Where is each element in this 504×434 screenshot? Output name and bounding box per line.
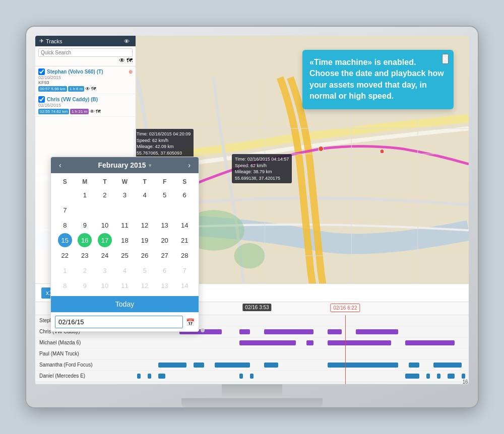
- eye-icon-4: 👁: [90, 109, 95, 114]
- sidebar-search: 👁 🗺: [35, 46, 136, 66]
- cal-day-4[interactable]: 4: [138, 188, 152, 202]
- cal-day-17[interactable]: 17: [98, 233, 112, 247]
- bar-daniel-9: [448, 374, 455, 379]
- asset-checkbox-2[interactable]: [38, 96, 45, 103]
- search-input[interactable]: [38, 48, 133, 57]
- cal-day-9[interactable]: 9: [78, 218, 92, 232]
- cal-day-next-10[interactable]: 10: [98, 278, 112, 293]
- bar-daniel-5: [250, 374, 254, 379]
- cal-day-7[interactable]: 7: [58, 203, 72, 217]
- cal-day-next-2[interactable]: 2: [78, 263, 92, 277]
- monitor-neck: [222, 384, 282, 398]
- bar-samantha-5: [328, 363, 398, 368]
- bar-daniel-7: [426, 374, 430, 379]
- track-label-michael: Michael (Mazda 6): [35, 340, 116, 345]
- day-header-s2: S: [174, 176, 195, 187]
- asset-id-1: KF93: [38, 80, 133, 85]
- day-header-m: M: [75, 176, 95, 187]
- cal-day-2[interactable]: 2: [98, 188, 112, 202]
- cal-day-3[interactable]: 3: [117, 188, 132, 202]
- calendar-date-input-row: 📅: [51, 312, 199, 331]
- cal-day-next-5[interactable]: 5: [138, 263, 152, 277]
- monitor-outer: Time: 02/16/2015 04:20:09 Speed: 62 km/h…: [25, 26, 479, 408]
- calendar-prev-btn[interactable]: ‹: [57, 161, 64, 169]
- calendar-today-button[interactable]: Today: [51, 296, 199, 312]
- cal-day-next-6[interactable]: 6: [158, 263, 172, 277]
- cal-day-20[interactable]: 20: [158, 233, 172, 247]
- cal-day-next-4[interactable]: 4: [117, 263, 132, 277]
- map-icon-2: 🗺: [96, 109, 101, 114]
- monitor-screen: Time: 02/16/2015 04:20:09 Speed: 62 km/h…: [35, 36, 469, 384]
- stat-1: 00:57 5.98 km: [38, 86, 67, 92]
- eye-icon: 👁: [124, 38, 130, 44]
- cal-day-6[interactable]: 6: [177, 188, 192, 202]
- cal-day-11[interactable]: 11: [117, 218, 132, 232]
- asset-name-1: Stephan (Volvo S60) (T): [47, 69, 103, 75]
- cal-day-15[interactable]: 15: [58, 233, 72, 247]
- cal-day-next-14[interactable]: 14: [177, 278, 192, 293]
- calendar-next-btn[interactable]: ›: [186, 161, 193, 169]
- calendar-header: ‹ February 2015 ▾ ›: [51, 157, 199, 173]
- cal-day-18[interactable]: 18: [117, 233, 132, 247]
- cal-day-next-12[interactable]: 12: [138, 278, 152, 293]
- cal-day-13[interactable]: 13: [158, 218, 172, 232]
- cal-day-next-3[interactable]: 3: [98, 263, 112, 277]
- cal-day-8[interactable]: 8: [58, 218, 72, 232]
- day-header-t2: T: [135, 176, 155, 187]
- tooltip-close-button[interactable]: ×: [442, 54, 449, 64]
- cal-day-1[interactable]: 1: [78, 188, 92, 202]
- location-icon-1: ⊕: [129, 69, 133, 75]
- bar-michael-2: [306, 340, 313, 345]
- track-bars-samantha: [116, 359, 469, 370]
- timeline-time-labels-area: 16.02 00:00 16.02 03:00 16.02 06:00 16.0…: [116, 382, 469, 384]
- svg-point-13: [253, 165, 257, 169]
- day-header-w: W: [115, 176, 135, 187]
- cal-day-26[interactable]: 26: [138, 248, 152, 262]
- cal-week-1: 1 2 3 4 5 6 7: [55, 187, 195, 218]
- cal-week-5: 1 2 3 4 5 6 7: [55, 263, 195, 278]
- cal-day-10[interactable]: 10: [98, 218, 112, 232]
- bar-chris-dot: [201, 328, 205, 332]
- asset-item-1[interactable]: Stephan (Volvo S60) (T) ⊕ 02/10/2015 KF9…: [35, 66, 136, 94]
- cal-day-next-13[interactable]: 13: [158, 278, 172, 293]
- cal-day-28[interactable]: 28: [177, 248, 192, 262]
- track-bars-paul: [116, 348, 469, 359]
- plane-icon: ✈: [39, 38, 44, 44]
- cal-day-next-8[interactable]: 8: [58, 278, 72, 293]
- eye-icon-2: 👁 🗺: [119, 57, 133, 64]
- track-bars-michael: [116, 337, 469, 348]
- cal-day-25[interactable]: 25: [117, 248, 132, 262]
- calendar-widget: ‹ February 2015 ▾ › S M T W T F S: [50, 157, 199, 332]
- calendar-month-text: February 2015: [98, 161, 146, 169]
- cal-day-next-7[interactable]: 7: [177, 263, 192, 277]
- bar-chris-5: [356, 329, 398, 334]
- cal-day-24[interactable]: 24: [98, 248, 112, 262]
- cal-day-23[interactable]: 23: [78, 248, 92, 262]
- track-label-daniel: Daniel (Mercedes E): [35, 373, 116, 379]
- cal-day-12[interactable]: 12: [138, 218, 152, 232]
- cal-day-27[interactable]: 27: [158, 248, 172, 262]
- calendar-month-label: February 2015 ▾: [98, 161, 152, 169]
- cal-day-14[interactable]: 14: [177, 218, 192, 232]
- calendar-date-input[interactable]: [55, 316, 183, 328]
- calendar-grid: S M T W T F S 1 2 3 4 5 6 7: [51, 173, 199, 296]
- map-icon: 🗺: [91, 86, 96, 92]
- asset-checkbox-1[interactable]: [38, 68, 45, 75]
- map-tooltip-1: Time: 02/16/2015 04:20:09 Speed: 62 km/h…: [134, 129, 194, 158]
- bar-chris-2: [239, 329, 250, 334]
- day-header-t1: T: [95, 176, 115, 187]
- bar-samantha-7: [433, 363, 462, 368]
- cal-day-5[interactable]: 5: [158, 188, 172, 202]
- cal-day-19[interactable]: 19: [138, 233, 152, 247]
- cal-day-22[interactable]: 22: [58, 248, 72, 262]
- cal-day-next-11[interactable]: 11: [117, 278, 132, 293]
- cal-day-16[interactable]: 16: [78, 233, 92, 247]
- asset-date-2: 02/16/2015: [38, 103, 133, 108]
- cal-day-next-9[interactable]: 9: [78, 278, 92, 293]
- bar-samantha-6: [409, 363, 419, 368]
- timeline-time-labels-row: 16.02 00:00 16.02 03:00 16.02 06:00 16.0…: [35, 382, 469, 384]
- asset-item-2[interactable]: Chris (VW Caddy) (B) 02/16/2015 02:55 74…: [35, 94, 136, 117]
- cal-day-prev-25[interactable]: [58, 188, 72, 202]
- cal-day-21[interactable]: 21: [177, 233, 192, 247]
- cal-day-next-1[interactable]: 1: [58, 263, 72, 277]
